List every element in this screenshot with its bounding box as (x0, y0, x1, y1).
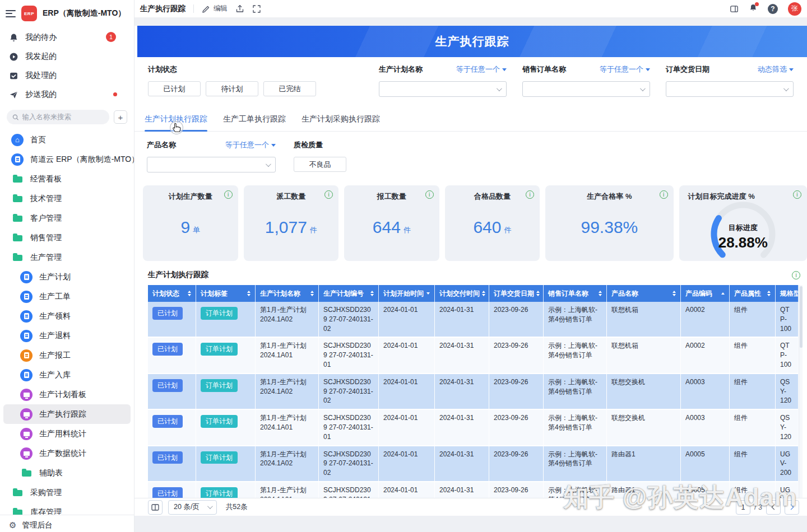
table-row[interactable]: 已计划订单计划第1月-生产计划 2024.1A02SCJHXSDD2309 27… (148, 446, 799, 482)
status-option-pending[interactable]: 待计划 (206, 81, 258, 96)
info-icon[interactable]: i (224, 190, 233, 199)
chevron-down-icon (646, 68, 650, 71)
product-name-select[interactable] (147, 157, 276, 172)
operator-link[interactable]: 等于任意一个 (456, 64, 507, 74)
sidebar-item[interactable]: 生产入库 (3, 365, 131, 385)
sort-icon[interactable] (188, 291, 191, 296)
sidebar-item[interactable]: 销售管理 (3, 228, 131, 248)
qc-option-defective[interactable]: 不良品 (294, 157, 346, 172)
column-header[interactable]: 计划状态 (148, 285, 196, 302)
table-row[interactable]: 已计划订单计划第1月-生产计划 2024.1A01SCJHXSDD2309 27… (148, 482, 799, 498)
status-option-closed[interactable]: 已完结 (263, 81, 316, 96)
sidebar-item-initiated-by-me[interactable]: 我发起的 (0, 47, 134, 66)
column-settings-button[interactable] (148, 500, 163, 515)
tab-workorder-tracking[interactable]: 生产工单执行跟踪 (223, 114, 286, 131)
table-row[interactable]: 已计划订单计划第1月-生产计划 2024.1A02SCJHXSDD2309 27… (148, 302, 799, 338)
column-header[interactable]: 产品属性 (730, 285, 776, 302)
page-size-select[interactable]: 20 条/页 (168, 500, 217, 515)
sort-icon[interactable] (247, 291, 251, 296)
sort-icon[interactable] (767, 291, 771, 296)
dashboard-banner: 生产执行跟踪 (137, 26, 807, 57)
avatar[interactable]: 张 (788, 2, 801, 16)
sidebar-item-handled-by-me[interactable]: 我处理的 (0, 66, 134, 85)
column-header[interactable]: 产品编码 (681, 285, 730, 302)
sort-icon[interactable] (482, 291, 485, 296)
chevron-right-icon (789, 505, 794, 510)
info-icon[interactable]: i (425, 190, 434, 199)
sidebar-item-cc-to-me[interactable]: 抄送我的 (0, 85, 134, 104)
table-scrollbar[interactable] (799, 285, 803, 498)
column-header[interactable]: 计划开始时间 (379, 285, 435, 302)
sidebar-item[interactable]: 技术管理 (3, 189, 131, 208)
column-header[interactable]: 销售订单名称 (544, 285, 607, 302)
fullscreen-icon[interactable] (252, 4, 261, 13)
current-page-box[interactable]: 1 (736, 500, 750, 515)
tab-purchase-tracking[interactable]: 生产计划采购执行跟踪 (302, 114, 380, 131)
sort-icon[interactable] (599, 291, 602, 296)
operator-link[interactable]: 等于任意一个 (225, 140, 276, 150)
sidebar-item[interactable]: 生产计划 (3, 267, 131, 287)
table-cell: 2023-09-26 (489, 302, 544, 337)
sidebar-item[interactable]: 生产领料 (3, 306, 131, 326)
info-icon[interactable]: i (660, 190, 668, 199)
sidebar-item-admin-console[interactable]: ⚙ 管理后台 (0, 515, 134, 532)
search-input[interactable] (22, 113, 104, 121)
prev-page-button[interactable] (766, 500, 781, 515)
sort-icon[interactable] (426, 292, 430, 295)
sidebar-item[interactable]: 生产数据统计 (3, 444, 131, 463)
collapse-sidebar-icon[interactable] (6, 10, 16, 17)
sidebar-item[interactable]: ⌂首页 (3, 130, 131, 150)
sidebar-item[interactable]: 生产计划看板 (3, 385, 131, 404)
info-icon[interactable]: i (793, 190, 801, 199)
next-page-button[interactable] (785, 500, 799, 515)
plan-name-select[interactable] (379, 81, 507, 97)
column-header[interactable]: 计划交付时间 (435, 285, 489, 302)
sidebar-item[interactable]: 生产退料 (3, 326, 131, 346)
sidebar-item[interactable]: 经营看板 (3, 169, 131, 189)
column-header[interactable]: 计划标签 (196, 285, 256, 302)
delivery-date-select[interactable] (666, 81, 794, 97)
panel-toggle-icon[interactable] (730, 4, 739, 13)
table-cell: 联想交换机 (607, 410, 681, 445)
sort-icon[interactable] (721, 292, 725, 295)
sidebar-item[interactable]: 生产用料统计 (3, 424, 131, 444)
sidebar-item[interactable]: 客户管理 (3, 208, 131, 228)
sidebar-item[interactable]: 生产报工 (3, 346, 131, 365)
sales-order-select[interactable] (522, 81, 650, 97)
sidebar-item[interactable]: 采购管理 (3, 483, 131, 502)
status-badge: 已计划 (152, 343, 183, 356)
sidebar-item[interactable]: 简道云 ERP（离散制造-MTO）... (3, 150, 131, 169)
column-header[interactable]: 产品名称 (607, 285, 681, 302)
sidebar-item[interactable]: 生产执行跟踪 (3, 404, 131, 424)
sort-icon[interactable] (370, 291, 374, 296)
column-header[interactable]: 生产计划名称 (256, 285, 319, 302)
info-icon[interactable]: i (324, 190, 333, 199)
app-window: ERP ERP（离散制造-MTO） 我的待办 1 我发起的 我处理的 抄送我的 (0, 0, 807, 532)
info-icon[interactable]: i (792, 271, 800, 279)
app-logo: ERP (21, 6, 37, 21)
help-button[interactable]: ? (768, 4, 778, 14)
operator-link[interactable]: 动态筛选 (758, 64, 794, 74)
table-row[interactable]: 已计划订单计划第1月-生产计划 2024.1A01SCJHXSDD2309 27… (148, 410, 799, 446)
sort-icon[interactable] (672, 291, 676, 296)
sidebar-item[interactable]: 生产管理 (3, 248, 131, 267)
share-icon[interactable] (235, 4, 244, 13)
notifications-button[interactable] (749, 3, 758, 15)
table-cell: 示例：上海帆软-第4份销售订单 (544, 482, 607, 498)
sort-icon[interactable] (310, 291, 314, 296)
column-header[interactable]: 订单交货日期 (489, 285, 544, 302)
table-row[interactable]: 已计划订单计划第1月-生产计划 2024.1A01SCJHXSDD2309 27… (148, 338, 799, 374)
operator-link[interactable]: 等于任意一个 (600, 64, 650, 74)
column-header[interactable]: 生产计划编号 (319, 285, 379, 302)
add-app-button[interactable]: + (114, 110, 127, 124)
column-header[interactable]: 规格型号 (776, 285, 799, 302)
sidebar-item[interactable]: 辅助表 (3, 463, 131, 483)
sort-icon[interactable] (536, 291, 540, 296)
status-option-planned[interactable]: 已计划 (148, 81, 201, 96)
table-row[interactable]: 已计划订单计划第1月-生产计划 2024.1A02SCJHXSDD2309 27… (148, 374, 799, 410)
tab-plan-tracking[interactable]: 生产计划执行跟踪 (145, 114, 207, 131)
sidebar-item-my-todo[interactable]: 我的待办 1 (0, 28, 134, 47)
sidebar-item[interactable]: 生产工单 (3, 287, 131, 306)
search-box[interactable] (7, 110, 109, 124)
edit-button[interactable]: 编辑 (202, 4, 228, 13)
